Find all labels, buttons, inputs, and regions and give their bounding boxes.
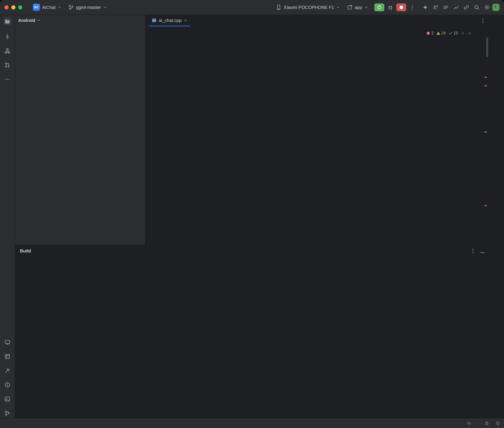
- editor-tab[interactable]: C++ ai_chat.cpp: [149, 15, 190, 26]
- run-configuration-selector[interactable]: app: [345, 3, 370, 12]
- build-panel-header: Build: [15, 245, 489, 256]
- run-button[interactable]: [374, 3, 384, 11]
- run-config-name: app: [355, 5, 362, 10]
- left-strip-bottom-icons: [0, 339, 15, 416]
- commit-icon[interactable]: [4, 34, 10, 40]
- editor: C++ ai_chat.cpp 3 24 15: [145, 15, 489, 245]
- project-icon: AC: [33, 4, 40, 11]
- project-folder-icon[interactable]: [3, 17, 11, 25]
- chevron-down-icon: [58, 5, 62, 9]
- editor-options-icon[interactable]: [480, 18, 486, 24]
- editor-tab-bar: C++ ai_chat.cpp: [145, 15, 489, 26]
- inspections-widget[interactable]: 3 24 15: [426, 31, 472, 35]
- version-control-icon[interactable]: [4, 410, 10, 416]
- minimize-window-button[interactable]: [11, 5, 16, 9]
- build-header-actions: [470, 245, 486, 256]
- warning-icon: [436, 31, 440, 35]
- left-tool-strip: [0, 15, 15, 418]
- more-h-icon[interactable]: [4, 76, 10, 82]
- close-window-button[interactable]: [4, 5, 9, 9]
- cpp-file-icon: C++: [152, 18, 157, 23]
- status-bar: [0, 418, 504, 428]
- editor-tab-label: ai_chat.cpp: [159, 18, 182, 23]
- branch-name: ggml-master: [76, 5, 101, 10]
- error-icon: [426, 31, 430, 35]
- build-panel-title: Build: [20, 248, 31, 254]
- vcs-widget[interactable]: ggml-master: [66, 3, 109, 12]
- formatter-icon[interactable]: [467, 421, 471, 425]
- gemini-icon[interactable]: [422, 4, 428, 10]
- collaborate-icon[interactable]: [433, 4, 438, 10]
- device-icon: [276, 4, 282, 10]
- build-tool-window: Build: [15, 245, 489, 418]
- running-devices-icon[interactable]: [4, 339, 10, 345]
- passed-count: 15: [453, 31, 458, 35]
- maximize-window-button[interactable]: [18, 5, 22, 9]
- project-view-selector[interactable]: Android: [18, 18, 35, 23]
- inspections-status-icon[interactable]: [496, 421, 500, 425]
- rerun-icon: [377, 5, 382, 10]
- user-avatar[interactable]: [492, 4, 500, 11]
- status-bar-right: [460, 421, 500, 425]
- close-tab-icon[interactable]: [184, 19, 187, 22]
- profiler-icon[interactable]: [453, 4, 459, 10]
- link-icon[interactable]: [463, 4, 469, 10]
- title-bar-actions: [422, 4, 490, 10]
- project-name: AiChat: [42, 5, 56, 10]
- chevron-down-icon: [364, 5, 368, 9]
- error-stripe-mark[interactable]: [485, 205, 487, 206]
- project-panel-header: Android: [15, 15, 145, 26]
- debug-icon[interactable]: [387, 4, 393, 10]
- problems-icon[interactable]: [4, 382, 10, 388]
- terminal-icon[interactable]: [4, 396, 10, 402]
- settings-icon[interactable]: [484, 4, 490, 10]
- lock-icon[interactable]: [485, 421, 489, 425]
- search-icon[interactable]: [474, 4, 480, 10]
- chevron-down-icon[interactable]: [37, 18, 41, 22]
- project-widget[interactable]: AC AiChat: [31, 2, 64, 12]
- error-stripe-mark[interactable]: [485, 85, 487, 86]
- device-name: Xiaomi POCOPHONE F1: [284, 5, 334, 10]
- editor-scrollbar[interactable]: [486, 37, 488, 57]
- title-bar: AC AiChat ggml-master Xiaomi POCOPHONE F…: [0, 0, 504, 15]
- svg-text:C++: C++: [152, 19, 156, 22]
- change-stripe-mark[interactable]: [485, 132, 487, 132]
- check-icon: [448, 31, 453, 35]
- run-config-icon: [347, 4, 353, 10]
- ide-window: AC AiChat ggml-master Xiaomi POCOPHONE F…: [0, 0, 504, 428]
- stop-button[interactable]: [396, 3, 406, 11]
- code-area[interactable]: [145, 26, 489, 29]
- error-count: 3: [431, 31, 434, 35]
- device-selector[interactable]: Xiaomi POCOPHONE F1: [274, 3, 342, 12]
- previous-problem-icon[interactable]: [461, 31, 465, 35]
- sync-tree: [15, 256, 125, 259]
- pull-request-icon[interactable]: [4, 62, 10, 68]
- checklist-icon[interactable]: [443, 4, 449, 10]
- build-console[interactable]: [125, 256, 477, 418]
- more-v-icon[interactable]: [409, 4, 415, 10]
- build-hammer-icon[interactable]: [4, 368, 10, 374]
- left-strip-top-icons: [0, 17, 15, 82]
- build-options-icon[interactable]: [470, 248, 476, 254]
- branch-icon: [68, 4, 74, 10]
- run-controls: [374, 3, 415, 11]
- hide-panel-icon[interactable]: [480, 248, 486, 254]
- error-stripe-mark[interactable]: [485, 77, 487, 78]
- chevron-down-icon: [336, 5, 340, 9]
- window-controls: [4, 5, 22, 9]
- warning-count: 24: [441, 31, 446, 35]
- next-problem-icon[interactable]: [468, 31, 472, 35]
- app-inspection-icon[interactable]: [4, 354, 10, 359]
- chevron-down-icon: [103, 5, 107, 9]
- structure-icon[interactable]: [4, 48, 10, 54]
- project-panel: Android: [15, 15, 145, 245]
- project-tree: [15, 26, 145, 30]
